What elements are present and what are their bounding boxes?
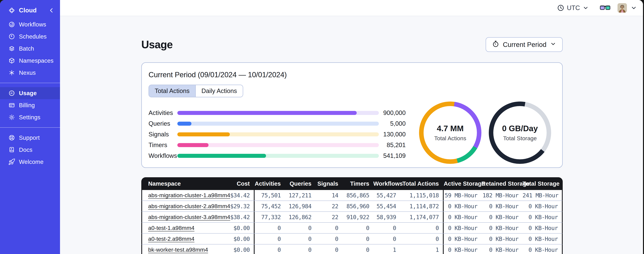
bar-value: 85,201 [379,142,406,148]
total-storage-cell: 0 KB-Hour [522,214,562,220]
timers-cell: 910,922 [342,214,373,220]
retained-storage-cell: 182 MB-Hour [482,192,522,199]
bar-value: 5,000 [379,120,406,127]
sidebar-item-billing[interactable]: Billing [0,99,60,111]
donut-label: Total Actions [434,135,466,142]
active-storage-cell: 0 KB-Hour [444,225,482,232]
docs-icon [8,146,15,153]
avatar[interactable] [618,3,627,12]
card-title: Current Period (09/01/2024 — 10/01/2024) [148,70,556,79]
main-area: UTC [60,0,643,254]
bar-track [177,143,379,147]
sidebar-item-namespaces[interactable]: Namespaces [0,54,60,67]
namespace-link[interactable]: bk-worker-test.a98mm4 [148,246,208,253]
bar-row-workflows: Workflows 541,109 [148,154,406,158]
sidebar-item-nexus[interactable]: Nexus [0,67,60,79]
batch-icon [8,45,15,52]
actions-bar-chart: Activities 900,000 Queries 5,000 Signals [148,111,406,164]
bar-track [177,132,379,136]
column-header-active-storage: Active Storage [444,180,482,187]
workflows-cell: 1 [373,246,400,253]
table-header-row: Namespace Cost Activities Queries Signal… [141,177,563,190]
sidebar-item-label: Batch [19,45,34,52]
signals-cell: 14 [316,192,342,199]
column-header-workflows: Workflows [373,180,400,187]
namespace-link[interactable]: a0-test-2.a98mm4 [148,236,194,242]
timezone-selector[interactable]: UTC [556,4,590,12]
goggles-icon[interactable] [600,4,610,12]
sidebar-item-support[interactable]: Support [0,132,60,144]
chevron-down-icon [582,4,589,11]
table-body: abs-migration-cluster-1.a98mm4 $34.42 75… [141,190,563,254]
cost-cell: $34.42 [218,192,254,199]
active-storage-cell: 59 MB-Hour [444,192,482,199]
column-header-signals: Signals [316,180,342,187]
bar-label: Queries [148,120,177,127]
column-header-total-storage: Total Storage [522,180,562,187]
sidebar-item-schedules[interactable]: Schedules [0,30,60,42]
namespace-link[interactable]: abs-migration-cluster-2.a98mm4 [148,203,230,209]
bar-fill [177,154,266,158]
sidebar-item-docs[interactable]: Docs [0,144,60,156]
timers-cell: 0 [342,246,373,253]
signals-cell: 0 [316,246,342,253]
table-row: abs-migration-cluster-3.a98mm4 $38.42 77… [141,212,563,223]
active-storage-cell: 0 KB-Hour [444,236,482,242]
sidebar-item-welcome[interactable]: Welcome [0,156,60,168]
sidebar-divider [0,83,60,83]
bar-label: Timers [148,142,177,148]
column-header-activities: Activities [254,180,285,187]
bar-row-signals: Signals 130,000 [148,132,406,136]
tab-total-actions[interactable]: Total Actions [149,85,195,97]
temporal-logo-icon [8,7,15,14]
signals-cell: 22 [316,214,342,220]
sidebar: Cloud Workflows [0,0,60,254]
sidebar-item-label: Docs [19,146,32,153]
collapse-sidebar-button[interactable] [48,7,55,14]
activities-cell: 0 [254,246,285,253]
activities-cell: 77,332 [254,214,285,220]
donut-label: Total Storage [503,135,537,142]
active-storage-cell: 0 KB-Hour [444,214,482,220]
period-selector-button[interactable]: Current Period [486,37,563,52]
sidebar-item-label: Schedules [19,33,46,40]
workflows-icon [8,21,15,28]
total-storage-cell: 0 KB-Hour [522,203,562,210]
bar-value: 900,000 [379,110,406,116]
retained-storage-cell: 0 KB-Hour [482,246,522,253]
sidebar-main-nav: Workflows Schedules Batch [0,18,60,79]
bar-fill [177,122,192,126]
donut-center: 0 GB/Day Total Storage [489,102,551,164]
timers-cell: 856,865 [342,192,373,199]
bar-label: Signals [148,131,177,138]
namespace-cell: a0-test-1.a98mm4 [142,225,218,231]
namespace-cell: bk-worker-test.a98mm4 [142,246,218,253]
sidebar-account-nav: Usage Billing Settings [0,87,60,123]
table-row: abs-migration-cluster-1.a98mm4 $34.42 75… [141,190,563,201]
total-actions-cell: 1,114,872 [400,203,443,210]
namespace-link[interactable]: a0-test-1.a98mm4 [148,225,194,231]
table-row: abs-migration-cluster-2.a98mm4 $29.32 75… [141,201,563,212]
account-menu-chevron-icon[interactable] [630,4,637,12]
sidebar-item-usage[interactable]: Usage [0,87,60,99]
sidebar-item-settings[interactable]: Settings [0,111,60,123]
namespace-link[interactable]: abs-migration-cluster-1.a98mm4 [148,192,230,198]
sidebar-item-workflows[interactable]: Workflows [0,18,60,30]
content-area: Usage Current Period Current Period (09/… [60,16,643,254]
schedules-icon [8,33,15,40]
workflows-cell: 0 [373,236,400,242]
actions-tab-group: Total Actions Daily Actions [148,84,243,97]
sidebar-item-label: Settings [19,114,40,121]
sidebar-item-label: Support [19,134,40,141]
bar-value: 130,000 [379,131,406,138]
sidebar-item-label: Usage [19,90,37,96]
sidebar-divider [0,127,60,128]
sidebar-item-label: Workflows [19,21,46,28]
period-button-label: Current Period [503,41,546,48]
app-window: Cloud Workflows [0,0,643,254]
namespace-link[interactable]: abs-migration-cluster-3.a98mm4 [148,214,230,220]
sidebar-item-batch[interactable]: Batch [0,42,60,54]
tab-daily-actions[interactable]: Daily Actions [195,85,243,97]
topbar: UTC [60,0,643,16]
namespaces-icon [8,57,15,64]
